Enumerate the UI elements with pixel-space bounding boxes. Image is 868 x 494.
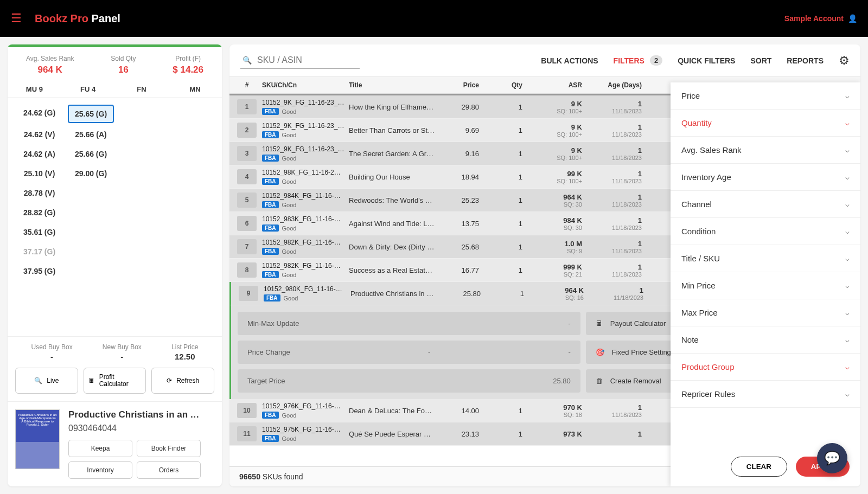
price-cell: 9.16 <box>436 150 479 158</box>
stat-profit: Profit (F) $ 14.26 <box>173 55 203 75</box>
price-cell[interactable]: 24.62 (G) <box>16 105 62 123</box>
filter-item[interactable]: Product Group⌵ <box>671 354 860 381</box>
chevron-down-icon: ⌵ <box>845 254 850 262</box>
account-link[interactable]: Sample Account 👤 <box>784 14 857 23</box>
target-icon: 🎯 <box>596 348 604 356</box>
quick-filters-button[interactable]: QUICK FILTERS <box>678 56 735 65</box>
inventory-button[interactable]: Inventory <box>68 461 132 479</box>
filter-label: Max Price <box>681 308 718 317</box>
price-change[interactable]: Price Change-- <box>238 341 580 364</box>
header-left: ☰ Bookz Pro Panel <box>11 11 120 25</box>
filter-item[interactable]: Max Price⌵ <box>671 299 860 326</box>
price-cell[interactable]: 28.78 (V) <box>16 185 62 201</box>
sku-cell: 10152_975K_FG_11-16-… FBAGood <box>257 426 349 442</box>
qty-cell: 1 <box>479 266 522 274</box>
row-number: 2 <box>237 123 257 138</box>
row-number: 10 <box>237 403 257 418</box>
price-cell[interactable]: 25.66 (A) <box>68 126 114 143</box>
price-cell[interactable]: 24.62 (A) <box>16 146 62 162</box>
price-cell[interactable]: 28.82 (G) <box>16 204 62 221</box>
keepa-button[interactable]: Keepa <box>68 440 132 457</box>
menu-icon[interactable]: ☰ <box>11 11 22 25</box>
filter-item[interactable]: Title / SKU⌵ <box>671 245 860 272</box>
price-cell: 25.68 <box>436 243 479 251</box>
live-button[interactable]: 🔍Live <box>15 368 78 394</box>
target-price[interactable]: Target Price25.80 <box>238 369 580 393</box>
title-cell: The Secret Garden: A Gra… <box>349 150 436 158</box>
filter-item[interactable]: Repricer Rules⌵ <box>671 381 860 408</box>
reports-button[interactable]: REPORTS <box>787 56 824 65</box>
filter-label: Channel <box>681 200 712 209</box>
price-cell[interactable]: 25.65 (G) <box>68 105 114 123</box>
filter-item[interactable]: Inventory Age⌵ <box>671 164 860 191</box>
price-cell[interactable]: 37.95 (G) <box>16 263 62 279</box>
right-panel: 🔍 BULK ACTIONS FILTERS 2 QUICK FILTERS S… <box>229 44 860 486</box>
col-num: # <box>237 81 257 89</box>
age-cell: 111/18/2023 <box>582 403 642 418</box>
chevron-down-icon: ⌵ <box>845 173 850 181</box>
price-cell[interactable]: 29.00 (G) <box>68 165 114 182</box>
chevron-down-icon: ⌵ <box>845 309 850 317</box>
calculator-icon: 🖩 <box>88 377 95 384</box>
price-cell: 13.75 <box>436 220 479 228</box>
status-text: 96650 SKUs found <box>239 472 303 481</box>
price-cell: 14.00 <box>436 407 479 415</box>
condition-label: Good <box>282 202 297 208</box>
minmax-update[interactable]: Min-Max Update- <box>238 312 580 335</box>
price-cell: 25.80 <box>437 290 481 298</box>
asr-cell: 9 KSQ: 100+ <box>522 123 582 138</box>
filter-item[interactable]: Channel⌵ <box>671 191 860 218</box>
qty-cell: 1 <box>479 430 522 438</box>
app-header: ☰ Bookz Pro Panel Sample Account 👤 <box>0 0 868 37</box>
tab-fu[interactable]: FU 4 <box>61 81 115 98</box>
search-box[interactable]: 🔍 <box>240 52 360 69</box>
qty-cell: 1 <box>479 407 522 415</box>
orders-button[interactable]: Orders <box>137 461 201 479</box>
sku-cell: 10152_980K_FG_11-16-… FBAGood <box>258 285 350 301</box>
sku-text: 10152_976K_FG_11-16-… <box>262 402 349 410</box>
price-cell[interactable]: 35.61 (G) <box>16 224 62 240</box>
tab-mu[interactable]: MU 9 <box>8 81 61 98</box>
row-number: 4 <box>237 169 257 184</box>
bulk-actions-button[interactable]: BULK ACTIONS <box>541 56 598 65</box>
info-row: Used Buy Box - New Buy Box - List Price … <box>8 336 222 365</box>
asr-cell: 964 KSQ: 30 <box>522 193 582 208</box>
gear-icon[interactable]: ⚙ <box>839 54 850 68</box>
col-title: Title <box>349 81 436 89</box>
price-grid: 24.62 (G)25.65 (G)24.62 (V)25.66 (A)24.6… <box>8 98 222 336</box>
book-finder-button[interactable]: Book Finder <box>137 440 201 457</box>
filter-item[interactable]: Quantity⌵ <box>671 110 860 137</box>
price-cell[interactable]: 25.10 (V) <box>16 165 62 182</box>
filter-item[interactable]: Min Price⌵ <box>671 272 860 299</box>
row-number: 7 <box>237 239 257 254</box>
profit-calc-button[interactable]: 🖩Profit Calculator <box>84 368 146 394</box>
row-number: 11 <box>237 426 257 441</box>
search-input[interactable] <box>257 55 358 65</box>
filter-label: Product Group <box>681 362 735 371</box>
fba-badge: FBA <box>262 155 279 162</box>
row-number: 3 <box>237 146 257 161</box>
clear-button[interactable]: CLEAR <box>731 457 787 477</box>
price-cell[interactable]: 25.66 (G) <box>68 146 114 162</box>
price-cell[interactable]: 37.17 (G) <box>16 243 62 260</box>
filter-panel: Price⌵Quantity⌵Avg. Sales Rank⌵Inventory… <box>671 82 860 486</box>
chat-bubble-icon[interactable]: 💬 <box>817 443 847 473</box>
col-age: Age (Days) <box>582 81 642 89</box>
filter-item[interactable]: Avg. Sales Rank⌵ <box>671 137 860 164</box>
filter-item[interactable]: Note⌵ <box>671 326 860 354</box>
fba-badge: FBA <box>262 131 279 138</box>
title-cell: Better Than Carrots or St… <box>349 126 436 134</box>
filter-item[interactable]: Price⌵ <box>671 82 860 110</box>
sort-button[interactable]: SORT <box>750 56 771 65</box>
price-cell: 16.77 <box>436 266 479 274</box>
price-cell[interactable]: 24.62 (V) <box>16 126 62 143</box>
refresh-button[interactable]: ⟳Refresh <box>151 368 214 394</box>
filter-label: Condition <box>681 227 716 236</box>
tab-mn[interactable]: MN <box>168 81 222 98</box>
filter-item[interactable]: Condition⌵ <box>671 218 860 245</box>
product-preview: Productive Christians in an Age of Guilt… <box>8 401 222 486</box>
tab-fn[interactable]: FN <box>115 81 169 98</box>
filters-button[interactable]: FILTERS 2 <box>614 55 663 66</box>
product-info: Productive Christians in an Age of… 0930… <box>68 409 214 479</box>
age-cell: 1 <box>582 430 642 438</box>
